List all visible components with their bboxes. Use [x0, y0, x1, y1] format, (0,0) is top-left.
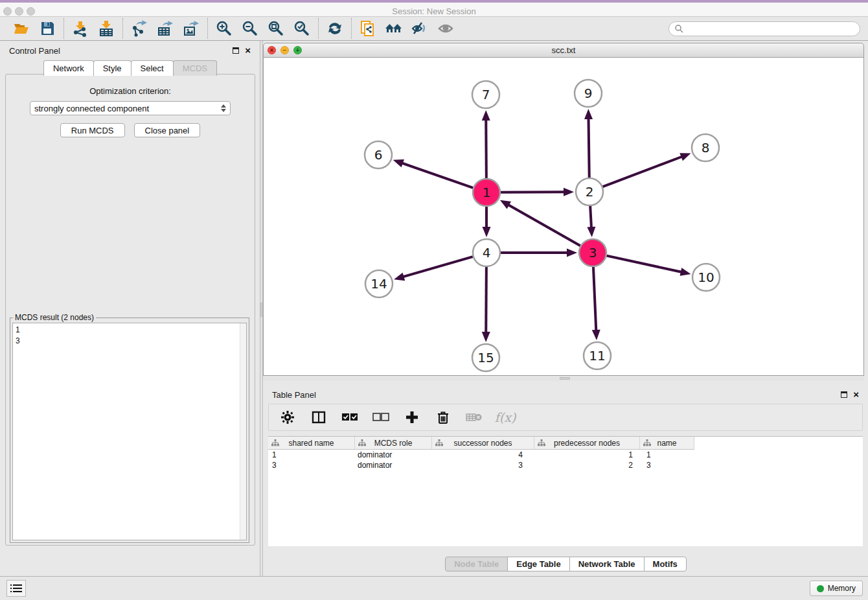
result-line: 3	[16, 336, 244, 347]
houses-icon	[385, 20, 403, 37]
edge-3-1[interactable]	[508, 205, 580, 246]
close-table-panel-icon[interactable]: ×	[853, 391, 859, 398]
apply-layout-button[interactable]	[325, 19, 345, 38]
dropdown-stepper-icon	[221, 104, 226, 112]
import-table-button[interactable]	[97, 19, 116, 38]
duplicate-network-button[interactable]	[358, 19, 378, 38]
delete-table-button[interactable]	[466, 409, 483, 426]
close-panel-button[interactable]: Close panel	[134, 123, 201, 137]
memory-button[interactable]: Memory	[810, 581, 863, 596]
edge-2-9[interactable]	[589, 118, 589, 178]
optimization-criterion-dropdown[interactable]: strongly connected component	[30, 101, 231, 115]
import-network-button[interactable]	[71, 19, 90, 38]
column-header-shared-name[interactable]: shared name	[268, 437, 355, 450]
table-cell: 1	[640, 450, 694, 460]
edge-arrowhead	[584, 109, 593, 119]
show-panel-list-button[interactable]	[6, 580, 26, 597]
search-field[interactable]	[668, 21, 860, 36]
zoom-out-button[interactable]	[240, 19, 260, 38]
table-cell: dominator	[355, 460, 432, 470]
graph-node-label: 10	[698, 270, 714, 285]
tab-select[interactable]: Select	[131, 60, 174, 76]
edge-arrowhead	[482, 332, 490, 342]
export-table-icon	[157, 20, 174, 37]
settings-gear-button[interactable]	[279, 409, 296, 426]
network-minimize-button[interactable]: −	[280, 46, 289, 54]
graph-node-label: 11	[589, 348, 605, 363]
column-label: MCDS role	[374, 439, 413, 448]
float-table-panel-icon[interactable]	[841, 391, 847, 398]
first-neighbors-button[interactable]	[384, 19, 404, 38]
delete-column-button[interactable]	[435, 409, 451, 426]
edge-arrowhead	[394, 273, 405, 281]
mcds-result-textarea[interactable]: 13	[12, 323, 247, 540]
network-canvas[interactable]: 7968124314101511	[263, 58, 864, 376]
zoom-fit-button[interactable]	[266, 19, 286, 38]
table-cell: 1	[268, 450, 355, 460]
hierarchy-icon	[643, 439, 651, 446]
network-maximize-button[interactable]: +	[293, 46, 302, 54]
column-header-predecessor-nodes[interactable]: predecessor nodes	[534, 437, 640, 450]
network-close-button[interactable]: ×	[268, 46, 276, 54]
column-header-name[interactable]: name	[640, 437, 694, 450]
zoom-in-button[interactable]	[214, 19, 234, 38]
table-toolbar: f(x)	[268, 404, 863, 431]
tab-style[interactable]: Style	[93, 60, 131, 76]
graph-node-label: 14	[371, 276, 387, 292]
plus-icon	[405, 410, 419, 424]
select-all-button[interactable]	[341, 409, 358, 426]
zoom-in-icon	[216, 20, 233, 37]
edge-4-15[interactable]	[486, 267, 486, 333]
column-header-successor-nodes[interactable]: successor nodes	[432, 437, 534, 450]
tab-mcds[interactable]: MCDS	[173, 60, 217, 76]
edge-2-8[interactable]	[603, 156, 683, 187]
show-column-panel-button[interactable]	[310, 409, 327, 426]
open-folder-icon	[13, 20, 30, 37]
table-panel: Table Panel ×	[263, 386, 868, 576]
edge-1-7[interactable]	[486, 119, 486, 178]
tab-motifs[interactable]: Motifs	[644, 557, 687, 571]
edge-4-14[interactable]	[403, 257, 473, 277]
result-line: 1	[16, 325, 244, 336]
horizontal-splitter-grip[interactable]	[560, 377, 570, 380]
tab-network-table[interactable]: Network Table	[569, 557, 645, 571]
edge-3-10[interactable]	[606, 256, 681, 272]
run-mcds-button[interactable]: Run MCDS	[60, 123, 125, 137]
export-network-button[interactable]	[130, 19, 149, 38]
result-scrollbar[interactable]	[240, 323, 246, 540]
node-table[interactable]: shared nameMCDS rolesuccessor nodesprede…	[268, 436, 863, 546]
zoom-fit-icon	[268, 20, 284, 37]
add-column-button[interactable]	[404, 409, 420, 426]
table-row[interactable]: 1dominator411	[268, 450, 863, 460]
tab-node-table[interactable]: Node Table	[445, 557, 508, 571]
tab-edge-table[interactable]: Edge Table	[507, 557, 569, 571]
float-panel-icon[interactable]	[233, 47, 239, 54]
edge-1-2[interactable]	[501, 192, 565, 192]
table-panel-title: Table Panel	[272, 390, 316, 400]
search-input[interactable]	[687, 24, 854, 33]
zoom-selected-button[interactable]	[292, 19, 312, 38]
deselect-all-button[interactable]	[372, 409, 389, 426]
show-all-button[interactable]	[436, 19, 455, 38]
open-session-button[interactable]	[12, 19, 31, 38]
close-panel-icon[interactable]: ×	[245, 47, 251, 54]
table-row[interactable]: 3dominator323	[268, 460, 863, 470]
edge-3-11[interactable]	[593, 267, 596, 331]
tab-network[interactable]: Network	[43, 60, 94, 76]
network-bottom-splitter[interactable]	[263, 376, 864, 381]
network-window-titlebar[interactable]: × − + scc.txt	[263, 43, 864, 58]
save-session-button[interactable]	[38, 19, 57, 38]
export-table-button[interactable]	[155, 19, 175, 38]
edge-1-6[interactable]	[402, 163, 473, 187]
graph-node-label: 2	[586, 184, 594, 200]
function-builder-button[interactable]: f(x)	[497, 409, 514, 426]
column-header-MCDS-role[interactable]: MCDS role	[355, 437, 432, 450]
table-cell: 4	[432, 450, 534, 460]
hide-selected-button[interactable]	[410, 19, 429, 38]
splitter-grip[interactable]	[260, 303, 262, 317]
export-image-button[interactable]	[181, 19, 201, 38]
table-cell: 3	[432, 460, 534, 470]
graph-node-label: 3	[589, 245, 597, 260]
table-tabs: Node TableEdge TableNetwork TableMotifs	[263, 557, 868, 571]
edge-2-3[interactable]	[590, 206, 591, 228]
